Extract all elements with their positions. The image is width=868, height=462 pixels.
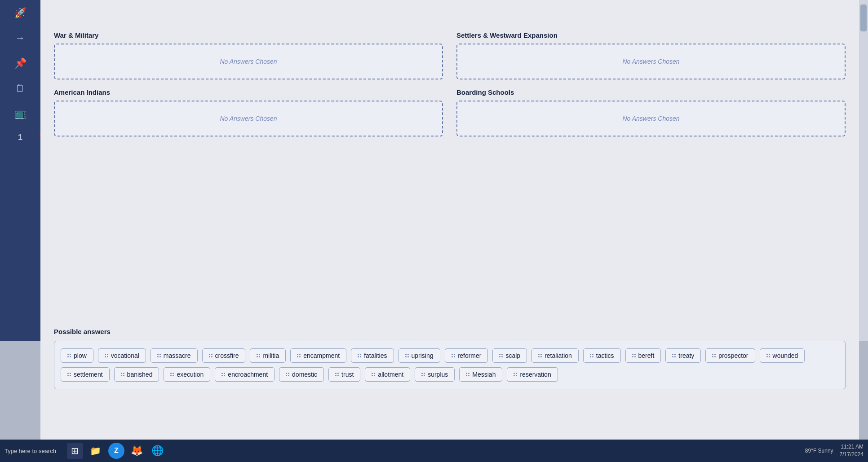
scrollbar[interactable]	[859, 0, 868, 341]
taskbar-icon-firefox[interactable]: 🦊	[129, 443, 145, 459]
drop-zone-war-military[interactable]: No Answers Chosen	[54, 44, 443, 79]
answer-label: Messiah	[472, 371, 496, 378]
answer-chip-retaliation[interactable]: retaliation	[531, 348, 579, 363]
answer-chip-trust[interactable]: trust	[328, 367, 360, 382]
drag-handle-icon	[257, 354, 260, 357]
drag-handle-icon	[766, 354, 770, 357]
answer-chip-prospector[interactable]: prospector	[705, 348, 755, 363]
drag-handle-icon	[514, 373, 517, 376]
taskbar-icon-folder[interactable]: 📁	[88, 443, 104, 459]
drag-handle-icon	[672, 354, 676, 357]
answer-chip-settlement[interactable]: settlement	[61, 367, 110, 382]
taskbar-time-value: 11:21 AM	[840, 443, 864, 451]
sidebar-icon-pin[interactable]: 📌	[12, 55, 29, 72]
drop-zone-settlers-westward[interactable]: No Answers Chosen	[456, 44, 846, 79]
category-american-indians: American Indians No Answers Chosen	[54, 88, 443, 136]
drag-handle-icon	[632, 354, 636, 357]
scrollbar-thumb[interactable]	[860, 4, 867, 31]
answer-label: uprising	[412, 352, 434, 359]
answer-chip-treaty[interactable]: treaty	[665, 348, 701, 363]
answer-chip-allotment[interactable]: allotment	[365, 367, 410, 382]
drag-handle-icon	[590, 354, 593, 357]
answer-chip-crossfire[interactable]: crossfire	[202, 348, 246, 363]
answer-chip-fatalities[interactable]: fatalities	[351, 348, 394, 363]
answer-chip-militia[interactable]: militia	[250, 348, 286, 363]
answer-chip-bereft[interactable]: bereft	[625, 348, 661, 363]
drag-handle-icon	[209, 354, 213, 357]
sidebar-icon-note[interactable]: 🗒	[13, 80, 28, 97]
answer-chip-tactics[interactable]: tactics	[583, 348, 621, 363]
drag-handle-icon	[335, 373, 339, 376]
answer-chip-scalp[interactable]: scalp	[492, 348, 527, 363]
answer-chip-domestic[interactable]: domestic	[279, 367, 324, 382]
sidebar-icon-arrow[interactable]: →	[13, 30, 28, 47]
answer-label: domestic	[292, 371, 317, 378]
taskbar-right: 89°F Sunny 11:21 AM 7/17/2024	[805, 443, 864, 458]
answer-label: treaty	[678, 352, 694, 359]
drag-handle-icon	[712, 354, 716, 357]
answer-chip-vocational[interactable]: vocational	[98, 348, 146, 363]
drag-handle-icon	[358, 354, 361, 357]
answer-label: banished	[127, 371, 153, 378]
answer-chip-encampment[interactable]: encampment	[290, 348, 346, 363]
possible-answers-title: Possible answers	[54, 328, 846, 335]
answer-chip-massacre[interactable]: massacre	[151, 348, 198, 363]
answer-label: crossfire	[215, 352, 239, 359]
answer-label: reformer	[458, 352, 482, 359]
drop-zone-settlers-westward-placeholder: No Answers Chosen	[622, 58, 679, 65]
drag-handle-icon	[499, 354, 503, 357]
drop-zone-american-indians[interactable]: No Answers Chosen	[54, 101, 443, 136]
category-title-american-indians: American Indians	[54, 88, 443, 96]
answer-label: scalp	[505, 352, 520, 359]
taskbar-date-value: 7/17/2024	[840, 451, 864, 458]
answer-label: allotment	[378, 371, 403, 378]
taskbar-icon-z[interactable]: Z	[108, 443, 124, 459]
sidebar: 🚀 → 📌 🗒 📺 1	[0, 0, 40, 341]
drag-handle-icon	[221, 373, 225, 376]
drag-handle-icon	[452, 354, 455, 357]
drag-handle-icon	[67, 354, 71, 357]
answer-label: settlement	[74, 371, 103, 378]
answer-label: wounded	[773, 352, 798, 359]
taskbar-icon-search[interactable]: ⊞	[67, 443, 83, 459]
taskbar-search-label: Type here to search	[4, 448, 56, 454]
answer-chip-encroachment[interactable]: encroachment	[215, 367, 275, 382]
main-content: War & Military No Answers Chosen Settler…	[40, 0, 859, 345]
answer-label: surplus	[428, 371, 448, 378]
answer-chip-reformer[interactable]: reformer	[445, 348, 488, 363]
answer-label: encroachment	[228, 371, 268, 378]
answers-container: plowvocationalmassacrecrossfiremilitiaen…	[54, 341, 846, 389]
category-title-settlers-westward: Settlers & Westward Expansion	[456, 31, 846, 39]
answer-label: execution	[177, 371, 204, 378]
answer-chip-execution[interactable]: execution	[164, 367, 210, 382]
answer-chip-messiah[interactable]: Messiah	[459, 367, 502, 382]
answer-label: tactics	[596, 352, 614, 359]
taskbar-icons: ⊞ 📁 Z 🦊 🌐	[67, 443, 166, 459]
drag-handle-icon	[67, 373, 71, 376]
answer-label: prospector	[718, 352, 748, 359]
category-grid: War & Military No Answers Chosen Settler…	[54, 31, 846, 136]
drag-handle-icon	[105, 354, 108, 357]
category-war-military: War & Military No Answers Chosen	[54, 31, 443, 79]
category-settlers-westward: Settlers & Westward Expansion No Answers…	[456, 31, 846, 79]
sidebar-icon-rocket[interactable]: 🚀	[12, 4, 29, 22]
answer-label: reservation	[520, 371, 551, 378]
answer-chip-banished[interactable]: banished	[114, 367, 159, 382]
category-boarding-schools: Boarding Schools No Answers Chosen	[456, 88, 846, 136]
drag-handle-icon	[538, 354, 542, 357]
answer-label: fatalities	[364, 352, 387, 359]
answer-label: militia	[263, 352, 279, 359]
answer-chip-wounded[interactable]: wounded	[760, 348, 805, 363]
answer-chip-uprising[interactable]: uprising	[399, 348, 440, 363]
drop-zone-boarding-schools[interactable]: No Answers Chosen	[456, 101, 846, 136]
drag-handle-icon	[170, 373, 174, 376]
drag-handle-icon	[121, 373, 124, 376]
taskbar-icon-chrome[interactable]: 🌐	[150, 443, 166, 459]
answer-chip-surplus[interactable]: surplus	[415, 367, 455, 382]
answer-chip-plow[interactable]: plow	[61, 348, 93, 363]
sidebar-icon-screen[interactable]: 📺	[12, 105, 29, 122]
category-title-war-military: War & Military	[54, 31, 443, 39]
category-title-boarding-schools: Boarding Schools	[456, 88, 846, 96]
answer-chip-reservation[interactable]: reservation	[507, 367, 558, 382]
drop-zone-american-indians-placeholder: No Answers Chosen	[220, 115, 277, 122]
